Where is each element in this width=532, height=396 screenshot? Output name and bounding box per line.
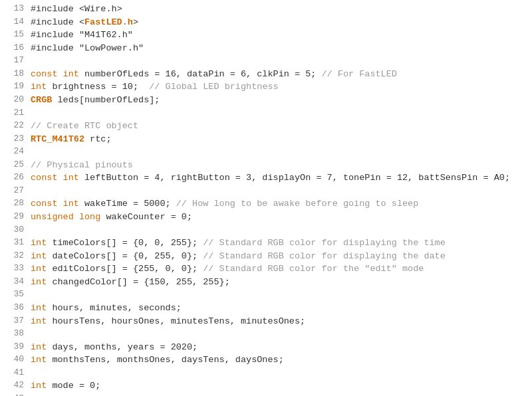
line-content: const int wakeTime = 5000; // How long t… <box>31 197 527 211</box>
line-content: #include <Wire.h> <box>31 3 527 16</box>
line-number: 30 <box>5 224 24 237</box>
code-line: 20CRGB leds[numberOfLeds]; <box>0 94 532 107</box>
line-content <box>31 288 527 302</box>
line-content: #include "M41T62.h" <box>31 29 527 42</box>
line-number: 18 <box>5 68 24 80</box>
code-line: 27 <box>0 185 532 198</box>
line-number: 25 <box>5 159 24 171</box>
line-number: 22 <box>5 120 24 132</box>
line-content: CRGB leds[numberOfLeds]; <box>31 94 527 107</box>
line-number: 24 <box>5 146 24 158</box>
line-number: 42 <box>5 379 24 392</box>
line-number: 33 <box>5 262 24 275</box>
line-content: int changedColor[] = {150, 255, 255}; <box>31 276 527 289</box>
line-number: 38 <box>5 328 24 340</box>
code-line: 37int hoursTens, hoursOnes, minutesTens,… <box>0 315 532 328</box>
code-line: 32int dateColors[] = {0, 255, 0}; // Sta… <box>0 250 532 263</box>
line-number: 20 <box>5 94 24 106</box>
line-number: 13 <box>5 3 24 15</box>
code-line: 34int changedColor[] = {150, 255, 255}; <box>0 276 532 289</box>
code-line: 25// Physical pinouts <box>0 159 532 172</box>
code-line: 29unsigned long wakeCounter = 0; <box>0 211 532 224</box>
code-line: 24 <box>0 146 532 159</box>
code-line: 43 <box>0 393 532 396</box>
code-line: 17 <box>0 54 532 68</box>
line-number: 41 <box>5 367 24 379</box>
line-content: int monthsTens, monthsOnes, daysTens, da… <box>31 353 527 367</box>
line-number: 29 <box>5 211 24 223</box>
code-line: 26const int leftButton = 4, rightButton … <box>0 171 532 185</box>
line-content <box>31 393 527 396</box>
line-content: int dateColors[] = {0, 255, 0}; // Stand… <box>31 250 527 263</box>
line-number: 14 <box>5 16 24 29</box>
line-content <box>31 54 527 68</box>
code-line: 22// Create RTC object <box>0 120 532 133</box>
line-number: 21 <box>5 107 24 120</box>
line-content <box>31 146 527 159</box>
code-line: 21 <box>0 107 532 120</box>
line-number: 35 <box>5 288 24 301</box>
line-number: 26 <box>5 171 24 184</box>
code-line: 31int timeColors[] = {0, 0, 255}; // Sta… <box>0 237 532 250</box>
line-content: #include "LowPower.h" <box>31 42 527 55</box>
line-content <box>31 185 527 198</box>
line-content: int mode = 0; <box>31 379 527 393</box>
code-line: 33int editColors[] = {255, 0, 0}; // Sta… <box>0 262 532 276</box>
line-content: int timeColors[] = {0, 0, 255}; // Stand… <box>31 237 527 250</box>
line-number: 27 <box>5 185 24 197</box>
code-line: 15#include "M41T62.h" <box>0 29 532 42</box>
line-number: 17 <box>5 54 24 67</box>
line-content: // Create RTC object <box>31 120 527 133</box>
line-content: const int numberOfLeds = 16, dataPin = 6… <box>31 68 527 81</box>
line-number: 37 <box>5 315 24 328</box>
line-content: int days, months, years = 2020; <box>31 341 527 354</box>
line-content: int hoursTens, hoursOnes, minutesTens, m… <box>31 315 527 328</box>
code-container: 13#include <Wire.h>14#include <FastLED.h… <box>0 0 532 396</box>
line-content <box>31 367 527 380</box>
line-number: 28 <box>5 197 24 210</box>
line-number: 40 <box>5 353 24 366</box>
line-number: 32 <box>5 250 24 262</box>
code-line: 35 <box>0 288 532 302</box>
code-line: 38 <box>0 328 532 341</box>
line-content: RTC_M41T62 rtc; <box>31 133 527 146</box>
line-number: 43 <box>5 393 24 396</box>
code-line: 18const int numberOfLeds = 16, dataPin =… <box>0 68 532 81</box>
line-content: int brightness = 10; // Global LED brigh… <box>31 80 527 94</box>
code-line: 13#include <Wire.h> <box>0 3 532 16</box>
code-line: 28const int wakeTime = 5000; // How long… <box>0 197 532 211</box>
code-line: 23RTC_M41T62 rtc; <box>0 133 532 146</box>
line-number: 34 <box>5 276 24 288</box>
line-number: 39 <box>5 341 24 353</box>
line-content: // Physical pinouts <box>31 159 527 172</box>
code-line: 41 <box>0 367 532 380</box>
line-content <box>31 107 527 120</box>
line-content: int editColors[] = {255, 0, 0}; // Stand… <box>31 262 527 276</box>
line-content: #include <FastLED.h> <box>31 16 527 29</box>
line-number: 16 <box>5 42 24 54</box>
line-content: unsigned long wakeCounter = 0; <box>31 211 527 224</box>
line-number: 23 <box>5 133 24 146</box>
code-line: 42int mode = 0; <box>0 379 532 393</box>
code-line: 36int hours, minutes, seconds; <box>0 302 532 315</box>
line-content: int hours, minutes, seconds; <box>31 302 527 315</box>
line-content: const int leftButton = 4, rightButton = … <box>31 171 527 185</box>
line-content <box>31 224 527 237</box>
code-line: 40int monthsTens, monthsOnes, daysTens, … <box>0 353 532 367</box>
code-line: 30 <box>0 224 532 237</box>
line-number: 36 <box>5 302 24 314</box>
line-number: 31 <box>5 237 24 249</box>
line-number: 15 <box>5 29 24 41</box>
line-number: 19 <box>5 80 24 93</box>
code-line: 19int brightness = 10; // Global LED bri… <box>0 80 532 94</box>
code-line: 14#include <FastLED.h> <box>0 16 532 29</box>
line-content <box>31 328 527 341</box>
code-line: 16#include "LowPower.h" <box>0 42 532 55</box>
code-line: 39int days, months, years = 2020; <box>0 341 532 354</box>
